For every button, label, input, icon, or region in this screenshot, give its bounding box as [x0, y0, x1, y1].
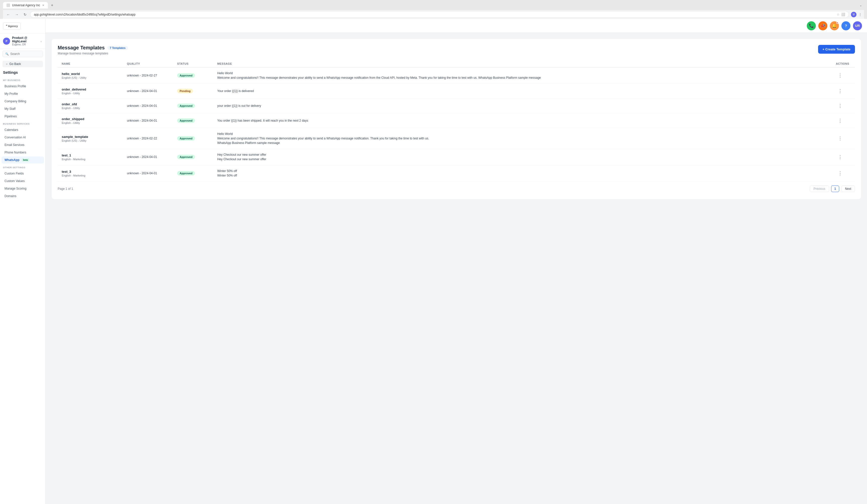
page-subtitle: Manage business message templates: [58, 52, 128, 55]
page-info: Page 1 of 1: [58, 187, 73, 190]
account-info: Product @ HighLevel Eugene, OR: [12, 36, 38, 46]
search-box[interactable]: 🔍 ⌘K ⚡: [2, 51, 43, 57]
actions-menu-button-4[interactable]: ⋮: [836, 135, 844, 142]
sidebar-item-manage-scoring[interactable]: Manage Scoring: [1, 185, 44, 192]
browser-tabs: Universal Agency Inc ✕ + ⌄: [3, 2, 864, 9]
page-title-section: Message Templates 7 Templates Manage bus…: [58, 45, 128, 55]
actions-menu-button-6[interactable]: ⋮: [836, 169, 844, 177]
address-bar[interactable]: app.gohighlevel.com/v2/location/bbdl5v24…: [30, 11, 849, 18]
cell-status-2: Approved: [177, 103, 217, 108]
account-avatar: P: [3, 37, 10, 45]
status-badge-0: Approved: [177, 73, 195, 78]
cell-quality-2: unknown - 2024-04-01: [127, 104, 177, 108]
sidebar-item-calendars[interactable]: Calendars: [1, 127, 44, 133]
sidebar-item-conversation-ai[interactable]: Conversation AI: [1, 134, 44, 141]
cell-name-3: order_shipped English - Utility: [62, 117, 127, 124]
cell-actions-3: ⋮: [836, 117, 851, 124]
actions-menu-button-0[interactable]: ⋮: [836, 72, 844, 79]
cell-actions-4: ⋮: [836, 135, 851, 142]
sidebar-item-email-services[interactable]: Email Services: [1, 141, 44, 149]
cell-message-4: Hello World Welcome and congratulations!…: [217, 132, 836, 145]
sidebar-logo: " Agency: [0, 19, 45, 34]
previous-button[interactable]: Previous: [810, 186, 829, 192]
actions-menu-button-3[interactable]: ⋮: [836, 117, 844, 124]
search-icon: 🔍: [5, 52, 9, 56]
forward-button[interactable]: →: [13, 12, 20, 18]
tablet-icon[interactable]: ⬜: [841, 12, 845, 16]
cell-name-6: test_3 English - Marketing: [62, 170, 127, 177]
cell-actions-1: ⋮: [836, 87, 851, 95]
sidebar-section-other-settings: OTHER SETTINGS: [0, 164, 45, 170]
table-row: order_delivered English - Utility unknow…: [58, 84, 855, 99]
sidebar: " Agency P Product @ HighLevel Eugene, O…: [0, 19, 46, 504]
cell-status-0: Approved: [177, 73, 217, 78]
tab-title: Universal Agency Inc: [12, 3, 40, 7]
tab-close-icon[interactable]: ✕: [42, 4, 44, 7]
actions-menu-button-2[interactable]: ⋮: [836, 102, 844, 110]
sidebar-item-custom-fields[interactable]: Custom Fields: [1, 170, 44, 177]
new-tab-button[interactable]: +: [50, 2, 54, 9]
sidebar-item-company-billing[interactable]: Company Billing: [1, 98, 44, 105]
actions-menu-button-5[interactable]: ⋮: [836, 153, 844, 161]
refresh-button[interactable]: ↻: [22, 12, 28, 18]
cell-name-5: test_1 English - Marketing: [62, 153, 127, 161]
table-header: Name Quality Status Message Actions: [58, 60, 855, 67]
table-row: test_1 English - Marketing unknown - 202…: [58, 149, 855, 165]
sidebar-item-my-staff[interactable]: My Staff: [1, 105, 44, 112]
back-button[interactable]: ←: [5, 12, 12, 18]
maximize-icon[interactable]: ⌄: [859, 3, 862, 7]
beta-badge: beta: [22, 158, 29, 162]
page-card: Message Templates 7 Templates Manage bus…: [52, 39, 861, 199]
notification-dot: [836, 22, 838, 24]
cell-status-5: Approved: [177, 155, 217, 159]
next-button[interactable]: Next: [841, 186, 855, 192]
account-selector[interactable]: P Product @ HighLevel Eugene, OR ⌄: [0, 34, 45, 48]
table-row: order_ofd English - Utility unknown - 20…: [58, 99, 855, 113]
col-header-status: Status: [177, 62, 217, 65]
extensions-button[interactable]: ⋮: [858, 12, 862, 17]
pagination-controls: Previous 1 Next: [810, 186, 855, 192]
table-row: hello_world English (US) - Utility unkno…: [58, 67, 855, 84]
user-avatar-button[interactable]: UR: [853, 21, 862, 30]
chevron-down-icon: ⌄: [40, 40, 42, 43]
search-input[interactable]: [10, 52, 46, 56]
sidebar-item-whatsapp[interactable]: WhatsApp beta: [1, 156, 44, 164]
create-template-button[interactable]: + Create Template: [818, 45, 855, 54]
main-content: Message Templates 7 Templates Manage bus…: [46, 33, 867, 504]
go-back-button[interactable]: ← Go Back: [2, 61, 43, 67]
cell-actions-6: ⋮: [836, 169, 851, 177]
status-badge-2: Approved: [177, 103, 195, 108]
address-text: app.gohighlevel.com/v2/location/bbdl5v24…: [34, 13, 835, 16]
sidebar-section-my-business: MY BUSINESS: [0, 76, 45, 83]
browser-chrome: Universal Agency Inc ✕ + ⌄ ← → ↻ app.goh…: [0, 0, 867, 19]
sidebar-item-business-profile[interactable]: Business Profile: [1, 83, 44, 90]
logo-box: " Agency: [3, 22, 21, 30]
bell-button[interactable]: 🔔: [830, 21, 839, 30]
logo-text: Agency: [8, 24, 18, 28]
sidebar-item-phone-numbers[interactable]: Phone Numbers: [1, 149, 44, 156]
actions-menu-button-1[interactable]: ⋮: [836, 87, 844, 95]
col-header-actions: Actions: [836, 62, 851, 65]
sidebar-item-custom-values[interactable]: Custom Values: [1, 177, 44, 185]
cell-message-0: Hello World Welcome and congratulations!…: [217, 71, 836, 80]
sidebar-item-domains[interactable]: Domains: [1, 193, 44, 200]
profile-button[interactable]: U: [851, 12, 856, 17]
cell-actions-2: ⋮: [836, 102, 851, 110]
megaphone-button[interactable]: 📣: [818, 21, 827, 30]
phone-button[interactable]: 📞: [807, 21, 816, 30]
pagination: Page 1 of 1 Previous 1 Next: [58, 182, 855, 193]
sidebar-item-pipelines[interactable]: Pipelines: [1, 113, 44, 120]
sidebar-item-my-profile[interactable]: My Profile: [1, 90, 44, 97]
browser-tab-active[interactable]: Universal Agency Inc ✕: [3, 2, 48, 9]
cell-status-1: Pending: [177, 89, 217, 93]
account-name: Product @ HighLevel: [12, 36, 38, 43]
help-button[interactable]: ?: [842, 21, 850, 30]
cell-quality-3: unknown - 2024-04-01: [127, 119, 177, 122]
cell-status-4: Approved: [177, 136, 217, 141]
bookmark-icon[interactable]: ☆: [837, 12, 840, 16]
app-container: " Agency P Product @ HighLevel Eugene, O…: [0, 19, 867, 504]
current-page[interactable]: 1: [831, 186, 839, 192]
status-badge-5: Approved: [177, 155, 195, 159]
cell-status-3: Approved: [177, 118, 217, 123]
account-sub: Eugene, OR: [12, 43, 38, 46]
